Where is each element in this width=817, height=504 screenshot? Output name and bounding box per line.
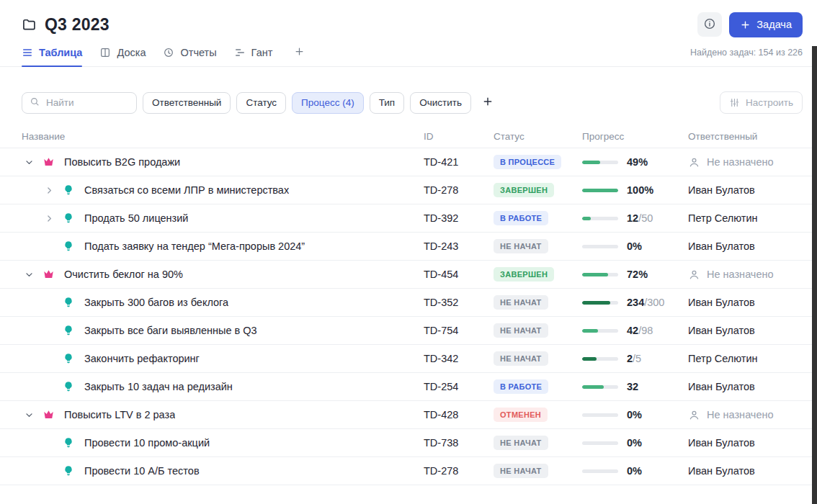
progress-bar (582, 189, 618, 192)
table-row[interactable]: Повысить LTV в 2 раза TD-428 ОТМЕНЕН 0% … (0, 401, 817, 429)
status-badge: ОТМЕНЕН (494, 408, 548, 422)
tab-table[interactable]: Таблица (22, 38, 82, 66)
progress-bar (582, 469, 618, 473)
column-header-name[interactable]: Название (22, 131, 424, 142)
task-name[interactable]: Закрыть 300 багов из беклога (84, 297, 228, 308)
chevron-down-icon[interactable] (22, 267, 36, 282)
column-header-assignee[interactable]: Ответственный (688, 131, 817, 142)
task-name[interactable]: Подать заявку на тендер “Мега-прорыв 202… (84, 240, 305, 252)
task-name[interactable]: Связаться со всеми ЛПР в министерствах (84, 184, 289, 196)
add-filter-button[interactable] (477, 92, 499, 114)
table-row[interactable]: Продать 50 лицензий TD-392 В РАБОТЕ 12/5… (0, 204, 817, 233)
progress-fill (582, 385, 604, 389)
progress-bar (582, 385, 618, 389)
status-cell: НЕ НАЧАТ (494, 323, 582, 338)
status-badge: В ПРОЦЕССЕ (494, 155, 561, 169)
chevron-down-icon[interactable] (22, 155, 36, 169)
progress-fill (582, 357, 597, 361)
task-id: TD-243 (424, 240, 494, 252)
column-header-status[interactable]: Статус (494, 131, 582, 142)
status-badge: В РАБОТЕ (494, 379, 548, 394)
task-name[interactable]: Провести 10 А/Б тестов (84, 465, 200, 477)
status-badge: НЕ НАЧАТ (494, 295, 548, 310)
add-task-button[interactable]: Задача (729, 12, 803, 37)
board-icon (99, 47, 111, 58)
search-box[interactable] (22, 92, 137, 114)
goal-crown-icon (42, 156, 55, 168)
chevron-slot (42, 436, 56, 450)
task-name[interactable]: Продать 50 лицензий (84, 212, 188, 224)
task-id: TD-278 (424, 465, 494, 477)
table-row[interactable]: Провести 10 А/Б тестов TD-278 НЕ НАЧАТ 0… (0, 457, 817, 485)
name-cell: Очистить беклог на 90% (22, 267, 424, 282)
progress-bar (582, 245, 618, 248)
task-id: TD-392 (424, 212, 494, 224)
table-row[interactable]: Очистить беклог на 90% TD-454 ЗАВЕРШЕН 7… (0, 261, 817, 289)
chevron-right-icon[interactable] (42, 211, 56, 225)
column-header-id[interactable]: ID (424, 131, 494, 142)
tab-gantt[interactable]: Гант (234, 38, 273, 66)
app: Q3 2023 Задача ТаблицаДоскаОтчетыГант На… (0, 0, 817, 485)
task-name[interactable]: Закрыть все баги выявленные в Q3 (84, 325, 257, 336)
folder-icon (22, 17, 36, 32)
table-row[interactable]: Связаться со всеми ЛПР в министерствах T… (0, 176, 817, 204)
assignee-name: Иван Булатов (688, 437, 755, 449)
table-row[interactable]: Закрыть 10 задач на редизайн TD-254 В РА… (0, 373, 817, 401)
assignee-name: Иван Булатов (688, 381, 755, 392)
table-row[interactable]: Провести 10 промо-акций TD-738 НЕ НАЧАТ … (0, 429, 817, 457)
search-icon (30, 96, 40, 109)
table-row[interactable]: Подать заявку на тендер “Мега-прорыв 202… (0, 233, 817, 261)
task-name[interactable]: Провести 10 промо-акций (84, 437, 210, 449)
task-name[interactable]: Очистить беклог на 90% (64, 269, 183, 280)
configure-button[interactable]: Настроить (720, 91, 803, 114)
progress-cell: 0% (582, 465, 688, 477)
assignee-name: Петр Селютин (688, 353, 758, 364)
filter-chip[interactable]: Тип (370, 92, 405, 114)
filter-chip[interactable]: Очистить (410, 92, 471, 114)
progress-cell: 234/300 (582, 297, 688, 308)
progress-label: 32 (627, 381, 638, 392)
filter-chip[interactable]: Процесс (4) (292, 92, 364, 114)
person-icon (688, 269, 700, 281)
assignee: Иван Булатов (688, 240, 817, 252)
progress-bar (582, 273, 618, 276)
table-row[interactable]: Закрыть все баги выявленные в Q3 TD-754 … (0, 317, 817, 345)
assignee-name: Не назначено (707, 156, 774, 168)
task-name[interactable]: Закрыть 10 задач на редизайн (84, 381, 233, 392)
progress-bar (582, 413, 618, 417)
progress-label: 100% (627, 184, 653, 196)
task-id: TD-428 (424, 409, 494, 420)
progress-cell: 32 (582, 381, 688, 392)
status-cell: В ПРОЦЕССЕ (494, 155, 582, 169)
info-button[interactable] (697, 12, 722, 37)
tab-reports[interactable]: Отчеты (163, 38, 216, 66)
task-bulb-icon (62, 464, 75, 477)
page-title: Q3 2023 (45, 15, 110, 35)
assignee-name: Иван Булатов (688, 184, 755, 196)
progress-label: 0% (627, 465, 642, 477)
chevron-down-icon[interactable] (22, 408, 36, 422)
progress-label: 0% (627, 409, 642, 420)
add-tab-button[interactable] (290, 38, 308, 66)
table-row[interactable]: Закончить рефакторинг TD-342 НЕ НАЧАТ 2/… (0, 345, 817, 373)
task-name[interactable]: Повысить B2G продажи (64, 156, 180, 168)
filter-chip[interactable]: Ответственный (143, 92, 231, 114)
add-task-label: Задача (756, 19, 792, 30)
assignee: Не назначено (688, 409, 817, 421)
task-name[interactable]: Закончить рефакторинг (84, 353, 200, 364)
task-name[interactable]: Повысить LTV в 2 раза (64, 409, 175, 420)
progress-label: 2/5 (627, 353, 641, 364)
column-header-progress[interactable]: Прогресс (582, 131, 688, 142)
status-badge: НЕ НАЧАТ (494, 239, 548, 253)
name-cell: Закончить рефакторинг (22, 351, 424, 366)
vertical-scrollbar[interactable] (812, 46, 817, 504)
task-id: TD-352 (424, 297, 494, 308)
filter-chip[interactable]: Статус (236, 92, 286, 114)
chevron-right-icon[interactable] (42, 183, 56, 197)
search-input[interactable] (45, 96, 129, 109)
table-row[interactable]: Повысить B2G продажи TD-421 В ПРОЦЕССЕ 4… (0, 148, 817, 176)
progress-bar (582, 161, 618, 164)
tab-board[interactable]: Доска (99, 38, 146, 66)
table-row[interactable]: Закрыть 300 багов из беклога TD-352 НЕ Н… (0, 289, 817, 317)
plus-icon (482, 96, 494, 109)
